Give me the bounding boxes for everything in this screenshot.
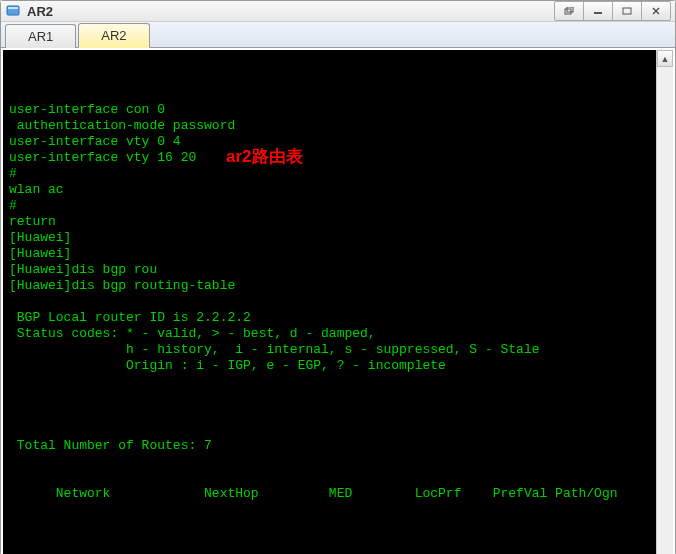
window-restore-button[interactable] <box>554 1 584 21</box>
annotation-label: ar2路由表 <box>226 149 303 165</box>
routes-total: Total Number of Routes: 7 <box>9 438 650 454</box>
terminal-line <box>9 294 650 310</box>
terminal-line: h - history, i - internal, s - suppresse… <box>9 342 650 358</box>
terminal-line: [Huawei]dis bgp rou <box>9 262 650 278</box>
window-controls <box>555 1 671 21</box>
app-icon <box>5 3 21 19</box>
scrollbar[interactable]: ▲ ▼ <box>656 50 673 554</box>
blank-line <box>9 534 650 550</box>
window-maximize-button[interactable] <box>612 1 642 21</box>
routes-header: Network NextHop MED LocPrf PrefVal Path/… <box>9 486 650 502</box>
terminal-line: Origin : i - IGP, e - EGP, ? - incomplet… <box>9 358 650 374</box>
tabbar: AR1 AR2 <box>1 22 675 48</box>
terminal-line: BGP Local router ID is 2.2.2.2 <box>9 310 650 326</box>
terminal-line: wlan ac <box>9 182 650 198</box>
terminal-line: Status codes: * - valid, > - best, d - d… <box>9 326 650 342</box>
titlebar: AR2 <box>1 1 675 22</box>
terminal-container: ar2路由表 user-interface con 0 authenticati… <box>1 48 675 554</box>
terminal-line <box>9 374 650 390</box>
window-close-button[interactable] <box>641 1 671 21</box>
window-minimize-button[interactable] <box>583 1 613 21</box>
window-title: AR2 <box>27 4 555 19</box>
tab-ar2[interactable]: AR2 <box>78 23 149 48</box>
app-window: AR2 AR1 AR2 ar2路由表 user-interface con 0 … <box>0 0 676 554</box>
terminal-line: user-interface vty 0 4 <box>9 134 650 150</box>
scroll-track[interactable] <box>657 67 673 554</box>
terminal-line: user-interface vty 16 20 <box>9 150 650 166</box>
terminal-line: [Huawei]dis bgp routing-table <box>9 278 650 294</box>
terminal-line: [Huawei] <box>9 230 650 246</box>
terminal-line: [Huawei] <box>9 246 650 262</box>
terminal-line: authentication-mode password <box>9 118 650 134</box>
terminal-line: user-interface con 0 <box>9 102 650 118</box>
terminal-line: return <box>9 214 650 230</box>
scroll-up-button[interactable]: ▲ <box>657 50 673 67</box>
terminal-line <box>9 390 650 406</box>
svg-rect-5 <box>623 8 631 14</box>
tab-ar1[interactable]: AR1 <box>5 24 76 48</box>
terminal-line: # <box>9 198 650 214</box>
terminal-line: # <box>9 166 650 182</box>
terminal-output[interactable]: ar2路由表 user-interface con 0 authenticati… <box>3 50 656 554</box>
svg-rect-1 <box>8 7 18 9</box>
terminal-config-block: user-interface con 0 authentication-mode… <box>9 102 650 406</box>
